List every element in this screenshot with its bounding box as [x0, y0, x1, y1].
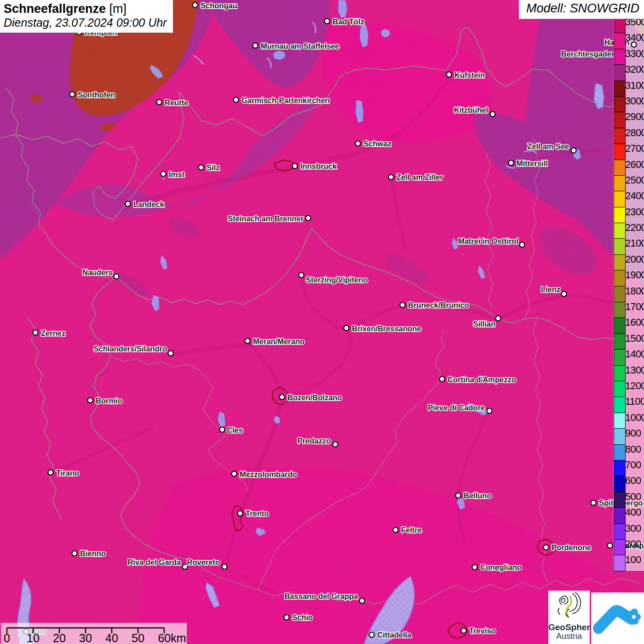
city-label: Schlanders/Silandro — [93, 345, 167, 353]
city-dot — [198, 165, 203, 170]
city-label: Innsbruck — [300, 162, 337, 170]
city-dot — [219, 427, 224, 432]
legend-tick-label: 100 — [625, 554, 644, 570]
legend-color-box — [614, 33, 625, 48]
legend-color-box — [614, 460, 625, 476]
city-matrei-in-osttirol: Matrei in Osttirol — [458, 237, 525, 247]
city-riva-del-garda: Riva del Garda — [127, 558, 187, 569]
city-kitzb-hel: Kitzbühel — [454, 106, 495, 117]
legend-labels: 3500340033003200310030002900280027002600… — [625, 17, 644, 570]
legend-color-box — [614, 238, 625, 254]
city-dot — [344, 325, 349, 330]
city-dot — [72, 551, 77, 556]
city-dot — [355, 141, 360, 146]
legend-tick-label: 2600 — [625, 159, 644, 175]
legend-color-box — [614, 365, 625, 381]
cities-group: KemptenSchongauBad TölzMurnau am Staffel… — [23, 1, 644, 639]
city-murnau-am-staffelsee: Murnau am Staffelsee — [253, 42, 339, 50]
legend-color-box — [614, 286, 625, 302]
city-bad-t-lz: Bad Tölz — [324, 17, 364, 26]
legend-tick-label: 1800 — [625, 286, 644, 301]
city-label: Treviso — [469, 627, 496, 635]
legend-color-box — [614, 492, 625, 507]
legend-color-box — [614, 160, 625, 175]
city-dot — [168, 351, 173, 356]
city-mezzolombardo: Mezzolombardo — [231, 470, 297, 478]
city-mittersill: Mittersill — [508, 159, 547, 167]
city-kufstein: Kufstein — [446, 71, 485, 79]
legend-tick-label: 2400 — [625, 190, 644, 206]
city-label: Mezzolombardo — [240, 470, 297, 478]
city-dot — [369, 632, 374, 637]
legend-tick-label: 900 — [625, 428, 644, 443]
city-dot — [156, 99, 161, 104]
city-label: Bassano del Grappa — [284, 592, 358, 600]
city-label: Zell am Ziller — [397, 173, 443, 181]
city-label: Garmisch-Partenkirchen — [242, 96, 330, 104]
legend-tick-label: 200 — [625, 539, 644, 554]
city-schio: Schio — [284, 613, 313, 621]
city-dot — [571, 148, 576, 153]
city-cittadella: Cittadella — [369, 631, 412, 639]
legend-color-box — [614, 507, 625, 523]
legend-color-box — [614, 555, 625, 570]
scalebar-label: 10 — [27, 632, 40, 644]
city-dot — [461, 628, 466, 633]
city-label: Kitzbühel — [454, 106, 488, 114]
legend-tick-label: 2100 — [625, 238, 644, 253]
city-tirano: Tirano — [48, 469, 79, 477]
legend-color-box — [614, 413, 625, 428]
city-dot — [388, 174, 393, 179]
city-dot — [508, 160, 513, 165]
legend-tick-label: 400 — [625, 507, 644, 523]
city-dot — [519, 242, 524, 247]
city-zell-am-see: Zell am See — [527, 142, 576, 153]
city-sonthofen: Sonthofen — [69, 91, 115, 99]
city-label: Zell am See — [527, 142, 569, 150]
scalebar-label: 20 — [53, 632, 66, 644]
city-dot — [490, 111, 495, 116]
title-box: Schneefallgrenze [m] Dienstag, 23.07.202… — [0, 0, 173, 33]
city-label: Bormio — [96, 397, 122, 405]
city-label: Lienz — [541, 285, 560, 293]
city-label: Bruneck/Brunico — [408, 301, 469, 309]
city-dot — [359, 598, 364, 603]
geosphere-logo-icon — [554, 591, 584, 620]
city-dot — [487, 408, 492, 413]
city-dot — [324, 18, 329, 23]
city-label: Matrei in Osttirol — [458, 237, 518, 245]
legend-tick-label: 1100 — [625, 396, 644, 412]
legend-tick-label: 1700 — [625, 301, 644, 317]
city-cortina-d-ampezzo: Cortina d'Ampezzo — [439, 375, 516, 384]
city-label: Schio — [292, 613, 313, 621]
city-label: Feltre — [401, 526, 422, 534]
legend-tick-label: 3300 — [625, 48, 644, 64]
city-dot — [400, 302, 405, 307]
page-title: Schneefallgrenze [m] — [4, 2, 167, 16]
city-bormio: Bormio — [87, 397, 122, 405]
city-label: Schongau — [201, 1, 237, 10]
city-label: Cittadella — [377, 631, 412, 639]
city-garmisch-partenkirchen: Garmisch-Partenkirchen — [233, 96, 329, 104]
city-dot — [561, 291, 566, 296]
model-label: Modell: SNOWGRID — [519, 0, 644, 19]
city-conegliano: Conegliano — [472, 563, 521, 571]
city-label: Schwaz — [363, 139, 391, 148]
city-label: Mittersill — [517, 159, 548, 167]
city-label: Rovereto — [187, 558, 220, 566]
legend-tick-label: 1000 — [625, 412, 644, 428]
city-label: Cortina d'Ampezzo — [448, 375, 516, 384]
city-belluno: Belluno — [455, 491, 491, 500]
legend-color-box — [614, 254, 625, 270]
city-landeck: Landeck — [125, 200, 164, 208]
scale-bar: 0102030405060km — [1, 623, 187, 644]
legend-color-box — [614, 191, 625, 207]
city-bassano-del-grappa: Bassano del Grappa — [284, 592, 364, 604]
legend-color-box — [614, 223, 625, 238]
city-label: Predazzo — [298, 437, 331, 445]
city-treviso: Treviso — [461, 627, 495, 635]
city-label: Meran/Merano — [253, 337, 305, 345]
scalebar-label: 30 — [79, 632, 92, 644]
city-schongau: Schongau — [192, 1, 237, 10]
city-dot — [233, 97, 238, 102]
